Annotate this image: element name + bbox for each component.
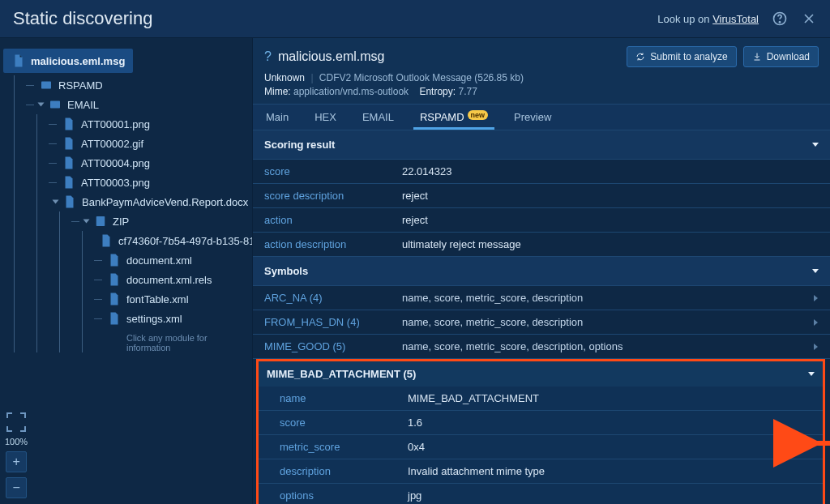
file-name: malicious.eml.msg xyxy=(278,49,385,64)
tree-zip-item[interactable]: fontTable.xml xyxy=(94,289,252,309)
tree-root-label: malicious.eml.msg xyxy=(31,55,125,67)
file-meta: Unknown | CDFV2 Microsoft Outlook Messag… xyxy=(264,72,819,83)
close-icon[interactable] xyxy=(801,11,817,27)
kv-key: name xyxy=(259,387,396,410)
kv-value: reject xyxy=(391,184,830,207)
kv-row: score22.014323 xyxy=(253,160,830,184)
tree-att3[interactable]: ATT00003.png xyxy=(49,173,252,192)
main-layout: malicious.eml.msg RSPAMD EMAIL ATT00001.… xyxy=(0,38,830,504)
badge-new: new xyxy=(468,110,489,120)
download-icon xyxy=(752,52,762,62)
zip-icon xyxy=(93,214,108,229)
highlight-box: MIME_BAD_ATTACHMENT (5) nameMIME_BAD_ATT… xyxy=(256,359,825,504)
tab-preview[interactable]: Preview xyxy=(501,105,564,130)
kv-key: score xyxy=(253,160,391,183)
tree-report[interactable]: BankPaymAdviceVend.Report.docx ZIP cf743… xyxy=(49,192,252,352)
symbol-desc: name, score, metric_score, description xyxy=(391,286,814,310)
caret-icon xyxy=(83,220,90,224)
kv-row: descriptionInvalid attachment mime type xyxy=(259,459,823,484)
symbol-name: MIME_BAD_ATTACHMENT (5) xyxy=(267,368,416,380)
symbol-name: ARC_NA (4) xyxy=(253,286,391,310)
kv-key: action description xyxy=(253,233,391,256)
tab-rspamd[interactable]: RSPAMDnew xyxy=(407,105,501,130)
kv-row: metric_score0x4 xyxy=(259,435,823,459)
kv-row: score descriptionreject xyxy=(253,184,830,208)
tab-main[interactable]: Main xyxy=(253,105,302,130)
kv-key: action xyxy=(253,208,391,232)
chevron-down-icon xyxy=(812,143,819,147)
symbol-expanded-header[interactable]: MIME_BAD_ATTACHMENT (5) xyxy=(259,361,823,387)
app-title: Static discovering xyxy=(13,8,152,29)
submit-analyze-button[interactable]: Submit to analyze xyxy=(627,46,736,67)
virustotal-link[interactable]: VirusTotal xyxy=(712,13,759,25)
tree-zip-item[interactable]: settings.xml xyxy=(94,309,252,328)
symbols-header[interactable]: Symbols xyxy=(253,257,830,286)
file-icon xyxy=(107,272,122,287)
tree-root[interactable]: malicious.eml.msg RSPAMD EMAIL ATT00001.… xyxy=(3,46,252,352)
tab-hex[interactable]: HEX xyxy=(302,105,349,130)
kv-value: Invalid attachment mime type xyxy=(396,459,823,483)
download-button[interactable]: Download xyxy=(743,46,819,67)
lookup-virustotal[interactable]: Look up on VirusTotal xyxy=(657,13,759,25)
submit-label: Submit to analyze xyxy=(650,51,727,62)
kv-value: 1.6 xyxy=(396,411,823,434)
unknown-status-icon: ? xyxy=(264,49,272,64)
fullscreen-icon[interactable] xyxy=(6,412,26,432)
file-icon xyxy=(62,175,76,190)
svg-rect-4 xyxy=(96,216,105,226)
kv-row: score1.6 xyxy=(259,411,823,435)
file-icon xyxy=(99,233,113,248)
rspamd-pane[interactable]: Scoring result score22.014323 score desc… xyxy=(253,130,830,504)
caret-icon xyxy=(38,103,45,107)
tree-att1[interactable]: ATT00001.png xyxy=(49,114,252,134)
symbol-desc: name, score, metric_score, description, … xyxy=(391,335,814,358)
file-tree: malicious.eml.msg RSPAMD EMAIL ATT00001.… xyxy=(0,46,252,352)
entropy-value: 7.77 xyxy=(458,86,477,97)
svg-point-1 xyxy=(779,22,780,23)
kv-row: actionreject xyxy=(253,208,830,233)
scoring-title: Scoring result xyxy=(264,139,335,151)
zoom-in-button[interactable]: + xyxy=(6,451,27,472)
help-icon[interactable] xyxy=(772,11,788,27)
chevron-right-icon xyxy=(814,344,818,350)
kv-value: MIME_BAD_ATTACHMENT xyxy=(396,387,823,410)
tree-att4[interactable]: ATT00004.png xyxy=(49,153,252,173)
symbol-desc: name, score, metric_score, description xyxy=(391,310,814,334)
app-header: Static discovering Look up on VirusTotal xyxy=(0,0,830,38)
kv-value: ultimately reject message xyxy=(391,233,830,256)
scoring-header[interactable]: Scoring result xyxy=(253,130,830,160)
kv-key: score xyxy=(259,411,396,434)
tree-rspamd[interactable]: RSPAMD xyxy=(26,75,252,95)
chevron-down-icon xyxy=(808,372,815,376)
caret-icon xyxy=(53,200,59,204)
mime-value: application/vnd.ms-outlook xyxy=(293,86,409,97)
tree-zip-item[interactable]: document.xml.rels xyxy=(94,270,252,289)
kv-key: options xyxy=(259,484,396,504)
kv-value: reject xyxy=(391,208,830,232)
tree-zip-item[interactable]: cf74360f-7b54-497d-b135-81a30 xyxy=(94,231,252,250)
download-label: Download xyxy=(767,51,810,62)
tab-email[interactable]: EMAIL xyxy=(349,105,407,130)
chevron-right-icon xyxy=(814,295,818,301)
zoom-level: 100% xyxy=(5,437,28,446)
svg-rect-2 xyxy=(41,82,51,89)
tree-email[interactable]: EMAIL ATT00001.png ATT00002.gif ATT00004… xyxy=(26,95,252,352)
entropy-label: Entropy: xyxy=(419,86,456,97)
kv-row: action descriptionultimately reject mess… xyxy=(253,233,830,257)
symbol-row[interactable]: MIME_GOOD (5)name, score, metric_score, … xyxy=(253,335,830,359)
lookup-prefix: Look up on xyxy=(657,13,712,25)
symbol-row[interactable]: ARC_NA (4)name, score, metric_score, des… xyxy=(253,286,830,310)
sidebar-controls: 100% + − xyxy=(5,412,28,498)
tree-att2[interactable]: ATT00002.gif xyxy=(49,134,252,153)
chevron-down-icon xyxy=(812,269,819,273)
tree-zip-item[interactable]: document.xml xyxy=(94,250,252,270)
symbol-row[interactable]: FROM_HAS_DN (4)name, score, metric_score… xyxy=(253,310,830,335)
content-area: ? malicious.eml.msg Submit to analyze Do… xyxy=(253,38,830,504)
tree-zip[interactable]: ZIP cf74360f-7b54-497d-b135-81a30 docume… xyxy=(71,211,252,352)
zoom-out-button[interactable]: − xyxy=(6,477,27,498)
symbols-title: Symbols xyxy=(264,265,308,277)
kv-row: optionsjpg xyxy=(259,484,823,504)
module-icon xyxy=(39,78,53,92)
tree-hint: Click any module for information xyxy=(94,328,252,352)
file-icon xyxy=(107,292,122,306)
